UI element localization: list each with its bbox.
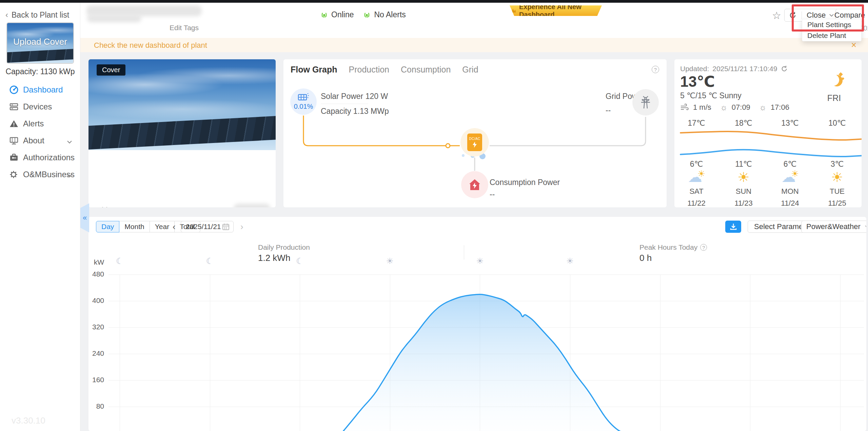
inverter-node[interactable]: DC/AC <box>460 128 489 157</box>
forecast-date: 11/23 <box>725 199 762 207</box>
address-value-redacted <box>234 204 270 207</box>
forecast-day: SUN <box>725 187 762 196</box>
v-gridline <box>840 274 841 431</box>
sun-icon: ☀ <box>386 256 394 266</box>
weather-card: Updated: 2025/11/21 17:10:49 13℃ 5 ℃/15 … <box>674 59 862 207</box>
weather-updated-row: Updated: 2025/11/21 17:10:49 <box>680 65 788 73</box>
chart-plot-area[interactable]: 48040032024016080☾☾☾☀☀☀ <box>88 217 866 431</box>
menu-item-delete-plant[interactable]: Delete Plant <box>802 30 861 41</box>
forecast-high: 13℃ <box>771 119 809 128</box>
chevron-left-icon: ‹ <box>5 10 8 20</box>
range-day[interactable]: Day <box>96 221 119 232</box>
forecast-col-tue: 10℃ 3℃ TUE 11/25 <box>818 119 856 207</box>
sidebar-item-devices[interactable]: Devices <box>0 98 80 115</box>
crown-icon <box>510 7 516 14</box>
upload-cover-label: Upload Cover <box>7 37 73 47</box>
inverter-icon: DC/AC <box>467 134 482 151</box>
moon-icon: ☾ <box>206 256 213 266</box>
grid-node[interactable] <box>632 89 659 116</box>
sidebar-item-om-business[interactable]: O&MBusiness <box>0 166 80 183</box>
notice-link[interactable]: Check the new dashboard of plant <box>94 41 207 50</box>
briefcase-icon <box>9 152 19 163</box>
favorite-star-icon[interactable]: ☆ <box>772 9 781 21</box>
v-gridline <box>210 274 210 431</box>
alert-triangle-icon <box>9 119 19 129</box>
forecast-day: SAT <box>678 187 715 196</box>
help-icon[interactable]: ? <box>652 66 659 73</box>
weather-icon <box>678 170 715 184</box>
tab-flow-graph[interactable]: Flow Graph <box>291 65 337 75</box>
y-tick-label: 320 <box>88 323 104 331</box>
info-row-address: Address <box>88 206 276 207</box>
online-label: Online <box>331 10 354 19</box>
y-tick-label: 160 <box>88 376 104 384</box>
forecast-date: 11/24 <box>771 199 809 207</box>
chevron-down-icon <box>67 173 72 179</box>
sidebar-item-label: Authorizations <box>23 153 75 162</box>
banner-label: Experience All New Dashboard <box>519 3 602 19</box>
forecast-day: TUE <box>818 187 856 196</box>
forecast-low: 6℃ <box>678 160 715 169</box>
sunrise-time: 07:09 <box>732 103 750 112</box>
sidebar-nav: Dashboard Devices Alerts About <box>0 81 80 183</box>
sidebar: ‹ Back to Plant list Upload Cover Capaci… <box>0 3 80 431</box>
divider <box>802 12 802 19</box>
sidebar-item-about[interactable]: About <box>0 132 80 149</box>
close-icon[interactable]: × <box>851 40 856 50</box>
sidebar-item-alerts[interactable]: Alerts <box>0 115 80 132</box>
tab-grid[interactable]: Grid <box>462 65 478 75</box>
forecast-day: MON <box>771 187 809 196</box>
forecast-col-sun: 18℃ 11℃ SUN 11/23 <box>725 119 762 207</box>
v-gridline <box>750 274 750 431</box>
monitor-icon <box>9 136 19 146</box>
forecast-col-mon: 13℃ 6℃ MON 11/24 <box>771 119 809 207</box>
spacer <box>678 128 715 160</box>
h-gridline <box>108 274 864 275</box>
v-gridline <box>300 274 300 431</box>
h-gridline <box>108 380 864 381</box>
spacer <box>725 128 762 160</box>
consumption-node[interactable] <box>461 171 488 198</box>
forecast-low: 6℃ <box>771 160 809 169</box>
flow-tabs: Flow Graph Production Consumption Grid <box>291 65 478 75</box>
notice-bar: Check the new dashboard of plant × <box>80 38 868 52</box>
tab-consumption[interactable]: Consumption <box>401 65 451 75</box>
power-tower-icon <box>640 96 651 109</box>
forecast-date: 11/22 <box>678 199 715 207</box>
plant-cover-thumbnail[interactable]: Upload Cover <box>6 22 74 64</box>
y-tick-label: 80 <box>88 402 104 410</box>
sidebar-item-dashboard[interactable]: Dashboard <box>0 81 80 98</box>
sunrise-icon: ☼ <box>720 103 728 112</box>
temp-range-summary: 5 ℃/15 ℃ Sunny <box>680 91 742 100</box>
v-gridline <box>660 274 660 431</box>
weather-icon <box>725 170 762 184</box>
v-gridline <box>120 274 120 431</box>
forecast-high: 10℃ <box>818 119 856 128</box>
window-top-bar <box>0 0 868 3</box>
moon-icon <box>828 73 843 88</box>
updated-time: 2025/11/21 17:10:49 <box>712 65 777 73</box>
back-to-plant-list-link[interactable]: ‹ Back to Plant list <box>5 10 69 20</box>
divider <box>321 104 368 104</box>
h-gridline <box>108 327 864 328</box>
edit-tags-button[interactable]: Edit Tags <box>170 24 199 32</box>
more-menu: Plant Settings Delete Plant <box>802 19 862 41</box>
no-alerts-status: No Alerts <box>362 10 406 19</box>
new-dashboard-banner[interactable]: Experience All New Dashboard <box>510 5 602 16</box>
tab-production[interactable]: Production <box>349 65 390 75</box>
solar-labels: Solar Power 120 W Capacity 1.13 MWp <box>321 92 389 116</box>
refresh-icon[interactable] <box>781 65 788 73</box>
sidebar-item-authorizations[interactable]: Authorizations <box>0 149 80 166</box>
sparkle <box>842 77 844 80</box>
solar-node[interactable]: 0.01% <box>290 88 317 115</box>
menu-item-plant-settings[interactable]: Plant Settings <box>802 19 861 30</box>
refresh-icon[interactable] <box>789 11 797 19</box>
consumption-power-value: -- <box>490 190 560 199</box>
sidebar-item-label: Devices <box>23 102 52 111</box>
gear-wrench-icon <box>9 169 19 180</box>
spacer <box>818 128 856 160</box>
sparkle <box>839 72 843 77</box>
plant-capacity: Capacity: 1130 kWp <box>0 67 80 76</box>
sidebar-collapse-handle[interactable]: « <box>80 203 89 232</box>
updated-label: Updated: <box>680 65 709 73</box>
